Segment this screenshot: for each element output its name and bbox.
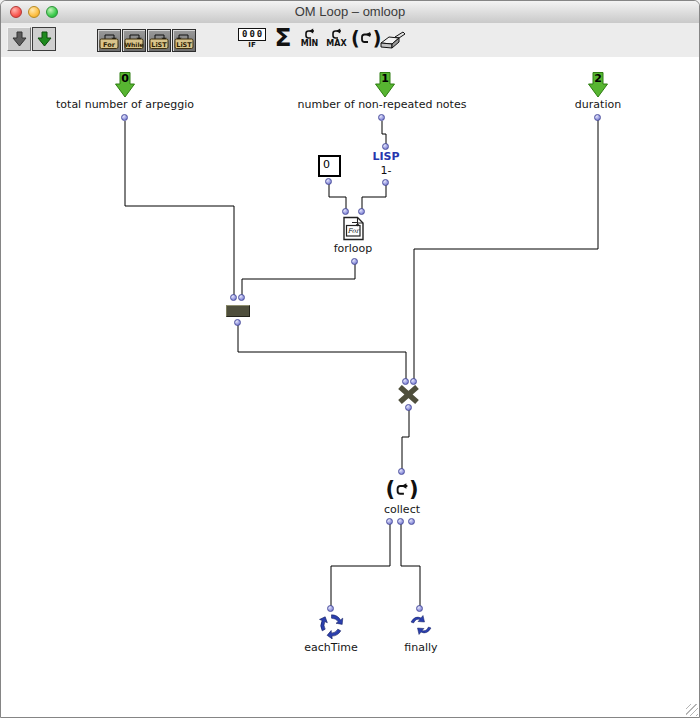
sigma-icon: Σ: [274, 23, 291, 52]
times-operator-icon[interactable]: [397, 385, 420, 405]
list-accum-icon: LiST: [173, 32, 195, 51]
close-paren-icon: ): [409, 477, 419, 501]
sum-button[interactable]: Σ: [271, 25, 295, 51]
forloop-icon[interactable]: For: [341, 216, 366, 241]
inlet-port[interactable]: [358, 208, 365, 215]
input-label: number of non-repeated notes: [298, 98, 467, 111]
inlet-port[interactable]: [398, 468, 405, 475]
outlet-port[interactable]: [594, 114, 601, 121]
outlet-port[interactable]: [386, 518, 393, 525]
title-bar[interactable]: OM Loop – omloop: [1, 1, 699, 24]
minus-operator-icon[interactable]: [226, 305, 250, 317]
list-loop-icon: LiST: [148, 32, 170, 51]
svg-text:LiST: LiST: [151, 41, 167, 49]
resize-grip[interactable]: [686, 704, 698, 716]
svg-text:2: 2: [594, 72, 602, 85]
omloop-window: OM Loop – omloop For: [0, 0, 700, 718]
if-counter-button[interactable]: 000 IF: [238, 28, 266, 49]
finally-arrows-icon[interactable]: [408, 613, 434, 639]
eachtime-label: eachTime: [304, 641, 357, 654]
while-loop-button[interactable]: While: [122, 29, 146, 52]
outlet-port[interactable]: [351, 258, 358, 265]
collect-label: collect: [384, 503, 420, 516]
outlet-port[interactable]: [397, 518, 404, 525]
eraser-icon: [378, 30, 406, 50]
svg-text:For: For: [103, 41, 116, 49]
forloop-label: forloop: [334, 242, 373, 255]
outlet-port[interactable]: [234, 319, 241, 326]
list-accum-button[interactable]: LiST: [172, 29, 196, 52]
remove-input-button[interactable]: [7, 27, 31, 51]
patch-canvas[interactable]: [1, 57, 699, 718]
input-label: total number of arpeggio: [56, 98, 194, 111]
inlet-port[interactable]: [342, 208, 349, 215]
outlet-port[interactable]: [382, 179, 389, 186]
open-paren-icon: (: [385, 477, 395, 501]
input-label: duration: [575, 98, 621, 111]
finally-label: finally: [404, 641, 437, 654]
while-loop-icon: While: [123, 32, 145, 51]
input-arrow-icon[interactable]: 0: [115, 72, 135, 98]
svg-text:While: While: [124, 41, 143, 48]
lisp-box-expression[interactable]: 1-: [381, 164, 392, 177]
lisp-box-title[interactable]: LISP: [372, 150, 399, 163]
outlet-port[interactable]: [378, 114, 385, 121]
input-arrow-icon[interactable]: 1: [375, 72, 395, 98]
green-down-arrow-icon: [37, 31, 52, 47]
if-counter-icon: 000: [238, 28, 266, 41]
open-paren-icon: (: [351, 27, 360, 49]
inlet-port[interactable]: [327, 605, 334, 612]
svg-text:0: 0: [121, 72, 129, 85]
inlet-port[interactable]: [416, 605, 423, 612]
svg-text:LiST: LiST: [176, 41, 192, 49]
input-arrow-icon[interactable]: 2: [588, 72, 608, 98]
min-button[interactable]: MIN: [297, 28, 322, 48]
add-input-button[interactable]: [32, 27, 56, 51]
collect-node-icon[interactable]: ( ): [385, 477, 418, 501]
collect-loop-icon: [360, 31, 373, 45]
max-button[interactable]: MAX: [323, 28, 350, 48]
collect-loop-icon: [395, 482, 409, 497]
outlet-port[interactable]: [325, 178, 332, 185]
svg-text:1: 1: [381, 72, 389, 85]
inlet-port[interactable]: [230, 294, 237, 301]
collect-button[interactable]: ( ): [351, 27, 381, 49]
inlet-port[interactable]: [238, 294, 245, 301]
inlet-port[interactable]: [402, 378, 409, 385]
eachtime-recycle-icon[interactable]: [318, 612, 345, 639]
for-loop-button[interactable]: For: [97, 29, 121, 52]
constant-box[interactable]: 0: [318, 155, 341, 177]
outlet-port[interactable]: [405, 404, 412, 411]
gray-down-arrow-icon: [12, 31, 27, 47]
outlet-port[interactable]: [121, 114, 128, 121]
window-title: OM Loop – omloop: [1, 1, 699, 23]
for-loop-icon: For: [98, 32, 120, 51]
inlet-port[interactable]: [382, 143, 389, 150]
toolbar: For While LiST LiST: [1, 23, 699, 58]
clean-button[interactable]: [378, 30, 406, 54]
outlet-port[interactable]: [408, 518, 415, 525]
svg-text:For: For: [348, 227, 360, 235]
inlet-port[interactable]: [410, 378, 417, 385]
list-loop-button[interactable]: LiST: [147, 29, 171, 52]
